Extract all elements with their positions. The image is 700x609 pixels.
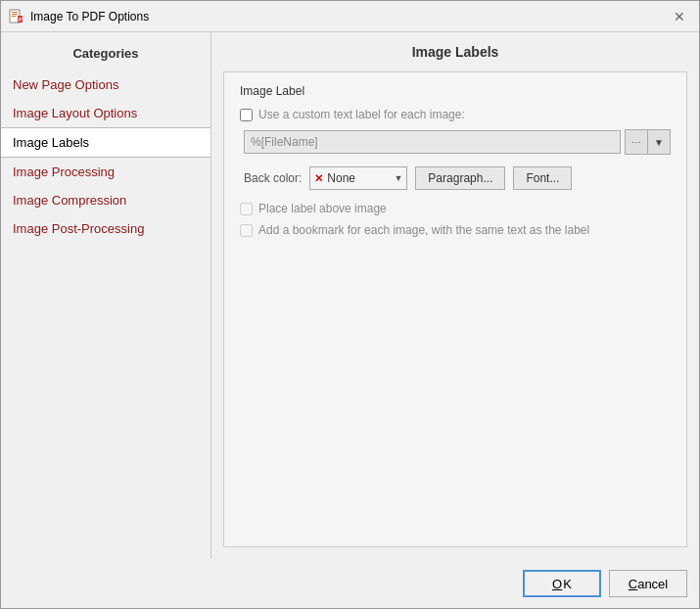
close-button[interactable]: ✕ [668, 5, 691, 28]
sidebar: Categories New Page Options Image Layout… [1, 32, 211, 559]
bookmark-text: Add a bookmark for each image, with the … [258, 223, 589, 237]
svg-rect-1 [12, 12, 18, 13]
input-button-group: ⋯ ▼ [625, 129, 671, 155]
backcolor-dropdown[interactable]: ✕ None ▼ [309, 166, 407, 190]
title-bar: P Image To PDF Options ✕ [1, 1, 699, 32]
bookmark-checkbox[interactable] [240, 224, 253, 237]
place-label-text: Place label above image [258, 202, 387, 215]
sidebar-item-image-labels[interactable]: Image Labels [1, 127, 210, 158]
filename-input-row: ⋯ ▼ [244, 129, 671, 155]
panel-title: Image Labels [223, 44, 687, 60]
backcolor-row: Back color: ✕ None ▼ Paragraph... Font..… [244, 166, 671, 190]
cancel-underline-char: C [629, 577, 637, 591]
ok-rest: K [563, 577, 572, 591]
svg-rect-3 [12, 16, 16, 17]
bottom-bar: OK Cancel [1, 559, 699, 608]
color-none-text: None [327, 171, 390, 185]
section-label: Image Label [240, 84, 671, 98]
svg-rect-2 [12, 14, 18, 15]
sidebar-header: Categories [1, 40, 210, 70]
dropdown-arrow-button[interactable]: ▼ [648, 130, 670, 154]
filename-input[interactable] [244, 130, 621, 154]
sidebar-item-image-layout-options[interactable]: Image Layout Options [1, 99, 210, 127]
paragraph-button[interactable]: Paragraph... [415, 166, 505, 190]
sidebar-item-image-compression[interactable]: Image Compression [1, 186, 210, 214]
backcolor-label: Back color: [244, 171, 302, 185]
place-label-row: Place label above image [240, 202, 671, 215]
color-dropdown-arrow: ▼ [394, 173, 402, 183]
font-button[interactable]: Font... [513, 166, 572, 190]
app-icon: P [9, 9, 24, 24]
sidebar-item-image-post-processing[interactable]: Image Post-Processing [1, 214, 210, 243]
custom-label-text: Use a custom text label for each image: [258, 108, 465, 121]
dialog-window: P Image To PDF Options ✕ Categories New … [0, 0, 700, 609]
sidebar-item-new-page-options[interactable]: New Page Options [1, 70, 210, 99]
color-x-icon: ✕ [314, 172, 323, 185]
place-label-checkbox[interactable] [240, 203, 253, 215]
cancel-button[interactable]: Cancel [609, 570, 687, 597]
ok-underline-char: O [552, 577, 562, 591]
insert-field-button[interactable]: ⋯ [626, 130, 647, 154]
title-bar-text: Image To PDF Options [30, 10, 668, 23]
sidebar-item-image-processing[interactable]: Image Processing [1, 158, 210, 186]
custom-label-checkbox[interactable] [240, 109, 253, 121]
cancel-rest: ancel [637, 577, 668, 591]
ok-button[interactable]: OK [523, 570, 601, 597]
main-panel: Image Labels Image Label Use a custom te… [211, 32, 699, 559]
content-area: Categories New Page Options Image Layout… [1, 32, 699, 559]
panel-content: Image Label Use a custom text label for … [223, 71, 687, 547]
bookmark-row: Add a bookmark for each image, with the … [240, 223, 671, 237]
custom-label-row: Use a custom text label for each image: [240, 108, 671, 121]
sidebar-list: New Page Options Image Layout Options Im… [1, 70, 210, 243]
